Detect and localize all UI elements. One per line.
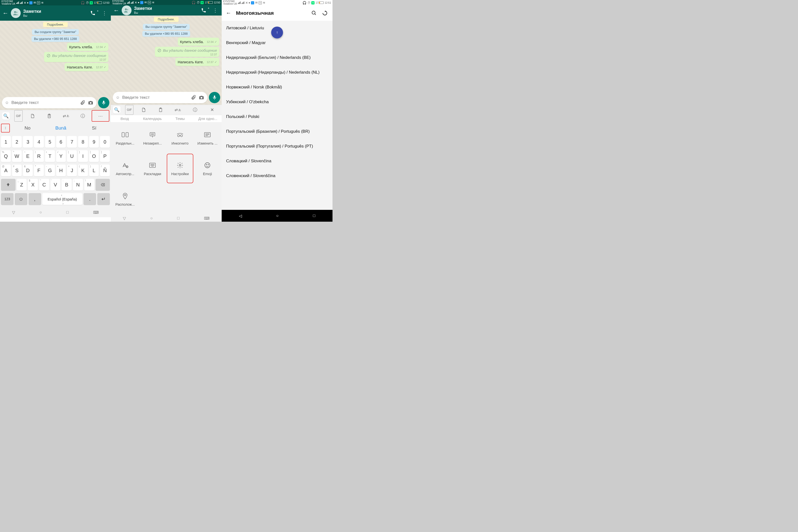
nav-back[interactable]: ◁ [239, 213, 242, 218]
chat-title[interactable]: Заметки Вы [23, 9, 88, 18]
gif-button[interactable]: GIF [125, 105, 133, 115]
space-key[interactable]: ‹Español (España)› [42, 193, 82, 205]
tab[interactable]: Календарь [139, 116, 167, 121]
back-button[interactable]: ← [2, 10, 8, 17]
period-key[interactable]: . [83, 193, 96, 205]
key[interactable]: W^ [12, 150, 22, 162]
suggestion[interactable]: No [11, 125, 44, 131]
comma-key[interactable]: , [28, 193, 41, 205]
option-split[interactable]: Раздельн... [112, 123, 138, 153]
keyboard[interactable]: 1234567890 Q%W^E~R|T•Y√U{I}O[P] A@S#D&F*… [0, 134, 111, 207]
kb-search[interactable]: 🔍 [1, 110, 11, 122]
enter-key[interactable]: ↵ [97, 193, 110, 205]
language-item[interactable]: Португальский (Бразилия) / Português (BR… [222, 124, 332, 139]
key[interactable]: V' [51, 179, 61, 191]
clipboard-doc-icon[interactable] [24, 110, 41, 122]
key[interactable]: E~ [23, 150, 33, 162]
message-input[interactable] [122, 95, 188, 100]
language-item[interactable]: Польский / Polski [222, 109, 332, 124]
key[interactable]: M! [84, 179, 94, 191]
message-bubble[interactable]: Написать Кате. 12:37 [64, 63, 108, 71]
language-item[interactable]: Словацкий / Slovenčina [222, 154, 332, 169]
option-resize[interactable]: Изменить ... [194, 123, 221, 153]
emoji-button[interactable]: ☺ [116, 95, 120, 100]
suggestion[interactable]: Bună [44, 125, 77, 131]
key[interactable]: Q% [1, 150, 11, 162]
message-bubble[interactable]: Написать Кате.12:37 [175, 58, 219, 66]
back-button[interactable]: ← [225, 10, 232, 16]
deleted-message[interactable]: Вы удалили данное сообщение 12:37 [44, 52, 108, 62]
key[interactable]: B: [61, 179, 72, 191]
mic-button[interactable] [209, 92, 220, 103]
key[interactable]: 1 [1, 136, 11, 148]
tab[interactable]: Для одно... [194, 116, 222, 121]
key[interactable]: 2 [12, 136, 22, 148]
key[interactable]: A@ [1, 165, 11, 176]
nav-back[interactable]: ▽ [12, 210, 15, 215]
translate-icon[interactable]: ⇄あ [58, 110, 74, 122]
key[interactable]: 8 [78, 136, 88, 148]
call-button[interactable]: + [90, 10, 98, 16]
clipboard-icon[interactable] [41, 110, 58, 122]
key[interactable]: I} [78, 150, 88, 162]
option-gear[interactable]: Настройки [167, 154, 193, 183]
info-icon[interactable]: ⓘ [187, 105, 204, 115]
suggestion[interactable]: Sí [78, 125, 111, 131]
key[interactable]: J= [67, 165, 77, 176]
option-layout[interactable]: Раскладки [139, 154, 166, 183]
option-float[interactable]: Незакреп... [139, 123, 166, 153]
key[interactable]: 0 [100, 136, 110, 148]
key[interactable]: Z_ [17, 179, 27, 191]
nav-keyboard[interactable]: ⌨ [93, 210, 99, 215]
nav-home[interactable]: ○ [150, 216, 153, 221]
key[interactable]: R| [34, 150, 44, 162]
attach-button[interactable] [80, 100, 85, 106]
key[interactable]: Y√ [56, 150, 66, 162]
key[interactable]: 5 [45, 136, 55, 148]
language-list[interactable]: Литовский / LietuviuВенгерский / MagyarН… [222, 21, 332, 210]
option-auto[interactable]: Автоиспр... [112, 154, 138, 183]
clipboard-doc-icon[interactable] [135, 105, 152, 115]
translate-icon[interactable]: ⇄あ [169, 105, 187, 115]
camera-button[interactable] [88, 100, 94, 106]
back-button[interactable]: ← [113, 7, 119, 14]
camera-button[interactable] [198, 95, 205, 100]
attach-button[interactable] [191, 95, 196, 100]
key[interactable]: L) [89, 165, 99, 176]
nav-keyboard[interactable]: ⌨ [204, 216, 210, 221]
nav-home[interactable]: ○ [39, 210, 42, 214]
nav-home[interactable]: ○ [276, 213, 279, 218]
language-item[interactable]: Словенский / Slovenščina [222, 169, 332, 183]
kb-tabs[interactable]: Вход Календарь Темы Для одно... [111, 115, 222, 122]
refresh-button[interactable] [322, 10, 329, 16]
nav-recent[interactable]: □ [177, 216, 179, 221]
key[interactable]: N; [73, 179, 83, 191]
key[interactable]: S# [12, 165, 22, 176]
banner-more[interactable]: Подробнее. [43, 22, 68, 27]
info-icon[interactable]: ⓘ [74, 110, 91, 122]
language-item[interactable]: Португальский (Португалия) / Português (… [222, 139, 332, 154]
key[interactable]: 7 [67, 136, 77, 148]
tab[interactable]: Вход [111, 116, 139, 121]
nav-recent[interactable]: □ [313, 213, 316, 218]
numeric-key[interactable]: 123 [1, 193, 14, 205]
search-button[interactable] [311, 10, 318, 16]
key[interactable]: H+ [56, 165, 66, 176]
message-bubble[interactable]: Купить хлеба.12:34 [178, 38, 219, 46]
more-menu-button[interactable]: ⋮ [211, 7, 219, 13]
call-button[interactable]: + [201, 8, 209, 13]
backspace-key[interactable] [96, 179, 110, 191]
avatar[interactable] [11, 8, 21, 18]
close-panel-button[interactable]: ✕ [204, 105, 221, 115]
option-incog[interactable]: Инкогнито [167, 123, 193, 153]
key[interactable]: 9 [89, 136, 99, 148]
key[interactable]: D& [23, 165, 33, 176]
key[interactable]: 3 [23, 136, 33, 148]
shift-key[interactable] [1, 179, 16, 191]
option-pin[interactable]: Располож... [112, 184, 138, 214]
message-input[interactable] [11, 100, 77, 105]
tab[interactable]: Темы [166, 116, 194, 121]
more-menu-button[interactable]: ⋮ [100, 10, 108, 16]
key[interactable]: G- [45, 165, 55, 176]
banner-more[interactable]: Подробнее. [154, 17, 178, 22]
